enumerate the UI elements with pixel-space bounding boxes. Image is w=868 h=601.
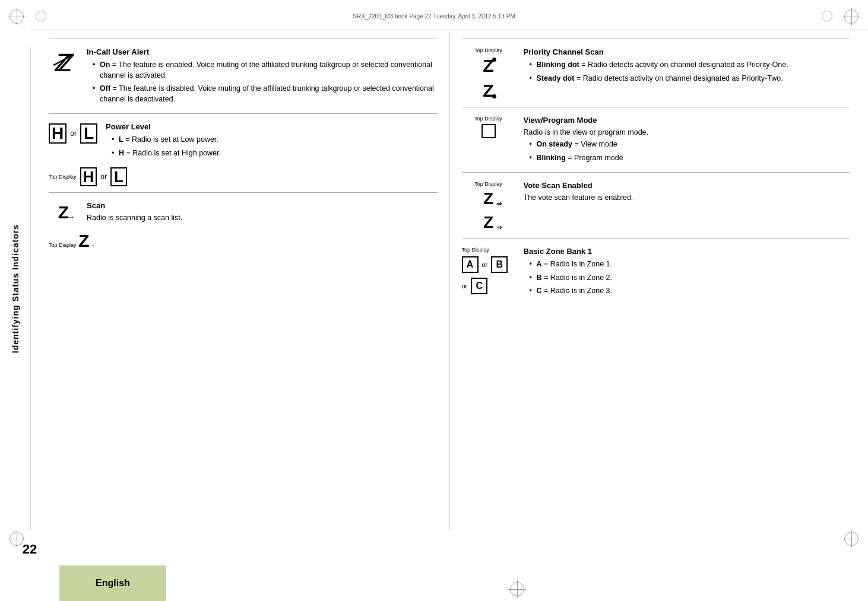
section-scan: Z → Scan Radio is scanning a scan list. …: [49, 192, 438, 257]
scan-top-display: Top Display Z →: [49, 228, 438, 251]
power-bullet-h: H = Radio is set at High power.: [112, 148, 221, 159]
power-icons: H or L: [49, 122, 97, 144]
incall-bullet-off: Off = The feature is disabled. Voice mut…: [93, 84, 438, 104]
viewprog-bullets: On steady = View mode Blinking = Program…: [524, 139, 649, 163]
power-td-h: H: [80, 167, 97, 186]
zone-icons-row2: or C: [462, 278, 488, 294]
priority-dot-steady: [492, 94, 496, 98]
priority-bullet-blink: Blinking dot = Radio detects activity on…: [530, 60, 788, 71]
incall-icon: ℤ: [49, 47, 78, 76]
power-td-label: Top Display: [49, 174, 77, 180]
zone-icons-row1: A or B: [462, 256, 508, 273]
section-zone: Top Display A or B or C: [462, 238, 851, 306]
priority-z-blink: Z: [483, 56, 493, 76]
side-tab: Identifying Status Indicators: [0, 47, 31, 530]
priority-td-label: Top Display: [474, 47, 502, 53]
power-title: Power Level: [106, 122, 221, 131]
viewprog-td-label: Top Display: [474, 116, 502, 122]
header-divider: [31, 30, 868, 30]
scan-title: Scan: [87, 201, 182, 210]
zone-c-icon: C: [471, 278, 487, 294]
priority-td-area: Top Display Z Z: [462, 47, 515, 101]
language-label: English: [96, 578, 130, 589]
zone-a-icon: A: [462, 256, 479, 273]
page: SRX_2200_M3.book Page 22 Tuesday, April …: [0, 0, 868, 601]
section-priority: Top Display Z Z Priority Chann: [462, 39, 851, 107]
scan-content: Scan Radio is scanning a scan list.: [87, 201, 182, 222]
h-icon: H: [49, 123, 66, 144]
viewprog-title: View/Program Mode: [524, 116, 649, 125]
zone-bullet-c: C = Radio is in Zone 3.: [530, 286, 613, 297]
viewprog-square-icon: [481, 124, 496, 138]
viewprog-content: View/Program Mode Radio is in the view o…: [524, 116, 649, 166]
power-td-icons: H or L: [80, 167, 127, 186]
viewprog-bullet-steady: On steady = View mode: [530, 139, 649, 150]
power-td-or: or: [100, 173, 107, 181]
l-icon: L: [80, 123, 97, 144]
priority-content: Priority Channel Scan Blinking dot = Rad…: [524, 47, 788, 87]
votescan-content: Vote Scan Enabled The vote scan feature …: [524, 181, 633, 202]
zone-title: Basic Zone Bank 1: [524, 247, 613, 256]
scan-arrow: →: [67, 212, 75, 221]
zone-b-icon: B: [491, 256, 508, 273]
scan-desc: Radio is scanning a scan list.: [87, 214, 182, 222]
header-circle-left: [36, 11, 46, 21]
zone-bullet-a: A = Radio is in Zone 1.: [530, 259, 613, 270]
votescan-title: Vote Scan Enabled: [524, 181, 633, 190]
power-top-display: Top Display H or L: [49, 167, 438, 186]
votescan-td-area: Top Display Z⇒ Z⇒: [462, 181, 515, 232]
zone-or2: or: [462, 282, 468, 290]
votescan-icon-top: Z⇒: [483, 189, 493, 208]
viewprog-desc: Radio is in the view or program mode.: [524, 128, 649, 136]
zone-bullet-b: B = Radio is in Zone 2.: [530, 273, 613, 284]
bottom-bar: 22 English: [0, 530, 868, 601]
incall-title: In-Call User Alert: [87, 47, 438, 56]
votescan-td-label-top: Top Display: [474, 181, 502, 187]
bottom-center: [166, 530, 868, 601]
power-content: Power Level L = Radio is set at Low powe…: [106, 122, 221, 161]
votescan-arrows-top: ⇒: [496, 201, 502, 207]
priority-bullet-steady: Steady dot = Radio detects activity on c…: [530, 74, 788, 84]
section-power: H or L Power Level L = Radio is set at L…: [49, 113, 438, 192]
priority-z-steady: Z: [483, 81, 493, 101]
scan-td-arrow: →: [87, 241, 95, 250]
content-area: ℤ In-Call User Alert On = The feature is…: [31, 33, 868, 530]
incall-bullet-on: On = The feature is enabled. Voice mutin…: [93, 60, 438, 81]
votescan-arrows-bot: ⇒: [496, 224, 502, 231]
section-incall: ℤ In-Call User Alert On = The feature is…: [49, 39, 438, 113]
zone-td-area: Top Display A or B or C: [462, 247, 515, 294]
power-td-l: L: [110, 167, 127, 186]
power-bullet-l: L = Radio is set at Low power.: [112, 135, 221, 145]
section-votescan: Top Display Z⇒ Z⇒ Vote Scan Enabled The …: [462, 172, 851, 238]
section-viewprog: Top Display View/Program Mode Radio is i…: [462, 107, 851, 172]
votescan-icon-bot: Z⇒: [483, 213, 493, 232]
viewprog-td-area: Top Display: [462, 116, 515, 138]
priority-bullets: Blinking dot = Radio detects activity on…: [524, 60, 788, 84]
left-column: ℤ In-Call User Alert On = The feature is…: [31, 33, 450, 530]
power-bullets: L = Radio is set at Low power. H = Radio…: [106, 135, 221, 158]
viewprog-bullet-blink: Blinking = Program mode: [530, 153, 649, 164]
priority-dot-blink: [492, 58, 496, 62]
or-text-power: or: [70, 129, 77, 138]
book-info: SRX_2200_M3.book Page 22 Tuesday, April …: [52, 13, 816, 20]
header-circle-right: [822, 11, 832, 21]
scan-icon: Z →: [49, 201, 78, 222]
zone-or1: or: [482, 261, 488, 268]
scan-td-label: Top Display: [49, 242, 77, 248]
page-number-area: 22: [0, 530, 59, 601]
zone-content: Basic Zone Bank 1 A = Radio is in Zone 1…: [524, 247, 613, 300]
incall-content: In-Call User Alert On = The feature is e…: [87, 47, 438, 107]
incall-bullets: On = The feature is enabled. Voice mutin…: [87, 60, 438, 104]
english-tab: English: [59, 565, 166, 601]
priority-title: Priority Channel Scan: [524, 47, 788, 56]
side-tab-label: Identifying Status Indicators: [11, 224, 20, 353]
votescan-desc: The vote scan feature is enabled.: [524, 193, 633, 202]
header-bar: SRX_2200_M3.book Page 22 Tuesday, April …: [36, 11, 832, 21]
page-number: 22: [23, 542, 37, 557]
zone-bullets: A = Radio is in Zone 1. B = Radio is in …: [524, 259, 613, 297]
zone-td-label: Top Display: [462, 247, 490, 253]
scan-td-icon: Z →: [78, 231, 89, 251]
right-column: Top Display Z Z Priority Chann: [450, 33, 869, 530]
